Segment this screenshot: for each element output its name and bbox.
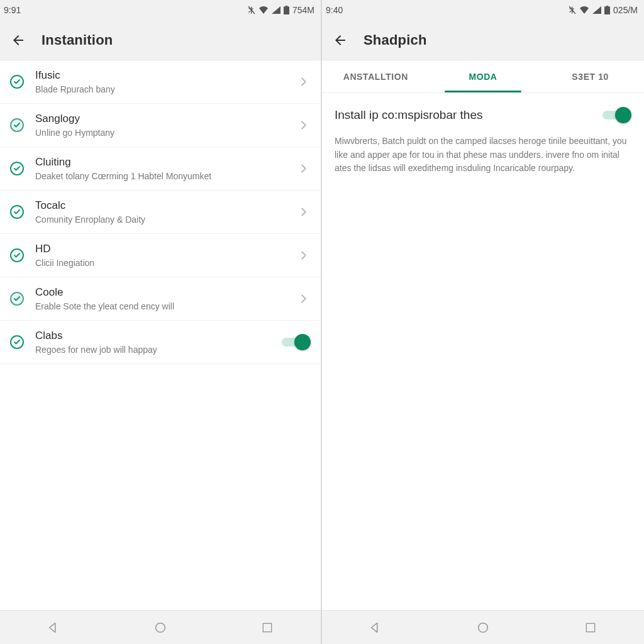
status-batt: 025/M <box>613 5 638 15</box>
page-title: Instanition <box>42 32 113 48</box>
svg-point-8 <box>479 623 488 632</box>
list-item[interactable]: IfusicBlade Rpurach bany <box>0 60 321 104</box>
status-bar: 9:91 754M <box>0 0 321 20</box>
list-item-text: ClabsRegoes for new job will happay <box>35 330 272 355</box>
bluetooth-off-icon <box>569 6 576 14</box>
wifi-icon <box>579 6 589 14</box>
list-item-subtitle: Clicii Inegiation <box>35 258 287 268</box>
status-batt: 754M <box>292 5 314 15</box>
nav-recent-button[interactable] <box>578 615 603 640</box>
app-bar: Shadpich <box>322 20 644 60</box>
content-area: Install ip co:mspisrobar thes Miwvbrerts… <box>322 93 644 610</box>
nav-back-button[interactable] <box>41 615 66 640</box>
list-item-text: CooleErable Sote the yleat cend ency wil… <box>35 286 287 311</box>
battery-icon <box>284 6 289 14</box>
setting-toggle[interactable] <box>602 107 631 123</box>
nav-home-button[interactable] <box>148 615 173 640</box>
arrow-back-icon <box>11 33 26 48</box>
nav-recent-button[interactable] <box>255 615 280 640</box>
list-item-subtitle: Unline go Hymptany <box>35 128 287 138</box>
list-item-subtitle: Comunity Enroplany & Daity <box>35 214 287 225</box>
check-alt-icon <box>9 117 25 133</box>
arrow-back-icon <box>333 33 348 48</box>
tab-bar: ANSTALLTIONMODAS3ET 10 <box>322 60 644 93</box>
svg-rect-4 <box>263 623 271 631</box>
settings-list: IfusicBlade Rpurach banySanglogyUnline g… <box>0 60 321 610</box>
pane-right: 9:40 025/M Shadpich ANSTALLTIONMODAS3ET … <box>322 0 644 644</box>
setting-label: Install ip co:mspisrobar thes <box>335 108 592 122</box>
page-title: Shadpich <box>364 32 427 48</box>
list-item-title: Cluiting <box>35 156 287 169</box>
check-icon <box>9 247 25 264</box>
list-item-subtitle: Erable Sote the yleat cend ency will <box>35 301 287 311</box>
wifi-icon <box>258 6 269 14</box>
chevron-right-icon <box>297 162 311 175</box>
list-item-subtitle: Regoes for new job will happay <box>35 345 272 355</box>
status-right: 754M <box>248 5 314 15</box>
list-item[interactable]: TocalcComunity Enroplany & Daity <box>0 191 321 234</box>
setting-description: Miwvbrerts, Batch puldt on the camped il… <box>335 135 631 175</box>
list-item-subtitle: Deaket tolany Cœrming 1 Habtel Monyumket <box>35 171 287 181</box>
svg-rect-7 <box>606 6 609 7</box>
check-icon <box>9 160 25 177</box>
check-alt-icon <box>9 291 25 307</box>
bluetooth-off-icon <box>248 6 255 14</box>
svg-rect-1 <box>284 6 289 14</box>
chevron-right-icon <box>297 75 311 89</box>
status-time: 9:40 <box>326 5 343 15</box>
list-item[interactable]: CooleErable Sote the yleat cend ency wil… <box>0 277 321 321</box>
svg-rect-2 <box>286 6 288 7</box>
chevron-right-icon <box>297 205 311 219</box>
back-button[interactable] <box>8 30 29 51</box>
list-item-title: HD <box>35 243 287 255</box>
list-item-title: Sanglogy <box>35 113 287 125</box>
nav-bar <box>0 610 321 644</box>
svg-rect-9 <box>586 623 594 631</box>
chevron-right-icon <box>297 118 311 132</box>
list-item[interactable]: HDClicii Inegiation <box>0 234 321 277</box>
chevron-right-icon <box>297 292 311 306</box>
toggle-thumb <box>615 107 631 123</box>
nav-back-button[interactable] <box>363 615 388 640</box>
list-item-title: Coole <box>35 286 287 299</box>
list-item-title: Tocalc <box>35 199 287 212</box>
list-item-text: HDClicii Inegiation <box>35 243 287 268</box>
status-right: 025/M <box>569 5 638 15</box>
list-item-text: IfusicBlade Rpurach bany <box>35 69 287 94</box>
list-item[interactable]: CluitingDeaket tolany Cœrming 1 Habtel M… <box>0 147 321 191</box>
list-item[interactable]: SanglogyUnline go Hymptany <box>0 104 321 147</box>
chevron-right-icon <box>297 248 311 262</box>
pane-left: 9:91 754M Instanition IfusicBlade Rpurac… <box>0 0 322 644</box>
battery-icon <box>604 6 610 14</box>
list-item-title: Ifusic <box>35 69 287 82</box>
status-bar: 9:40 025/M <box>322 0 644 20</box>
setting-row[interactable]: Install ip co:mspisrobar thes <box>335 107 631 123</box>
signal-icon <box>272 6 280 14</box>
check-icon <box>9 74 25 90</box>
list-item-text: CluitingDeaket tolany Cœrming 1 Habtel M… <box>35 156 287 181</box>
list-item-toggle[interactable] <box>282 334 311 350</box>
signal-icon <box>592 6 601 14</box>
app-bar: Instanition <box>0 20 321 60</box>
list-item-title: Clabs <box>35 330 272 342</box>
svg-point-3 <box>156 623 165 632</box>
tab[interactable]: ANSTALLTION <box>322 60 430 92</box>
status-time: 9:91 <box>4 5 21 15</box>
back-button[interactable] <box>330 30 351 51</box>
check-icon <box>9 334 25 350</box>
list-item-text: TocalcComunity Enroplany & Daity <box>35 199 287 225</box>
tab[interactable]: S3ET 10 <box>536 60 644 92</box>
tab[interactable]: MODA <box>430 60 537 92</box>
svg-rect-6 <box>604 6 610 14</box>
list-item-subtitle: Blade Rpurach bany <box>35 84 287 94</box>
nav-home-button[interactable] <box>470 615 496 640</box>
check-icon <box>9 204 25 220</box>
list-item[interactable]: ClabsRegoes for new job will happay <box>0 321 321 364</box>
nav-bar <box>322 610 644 644</box>
list-item-text: SanglogyUnline go Hymptany <box>35 113 287 138</box>
